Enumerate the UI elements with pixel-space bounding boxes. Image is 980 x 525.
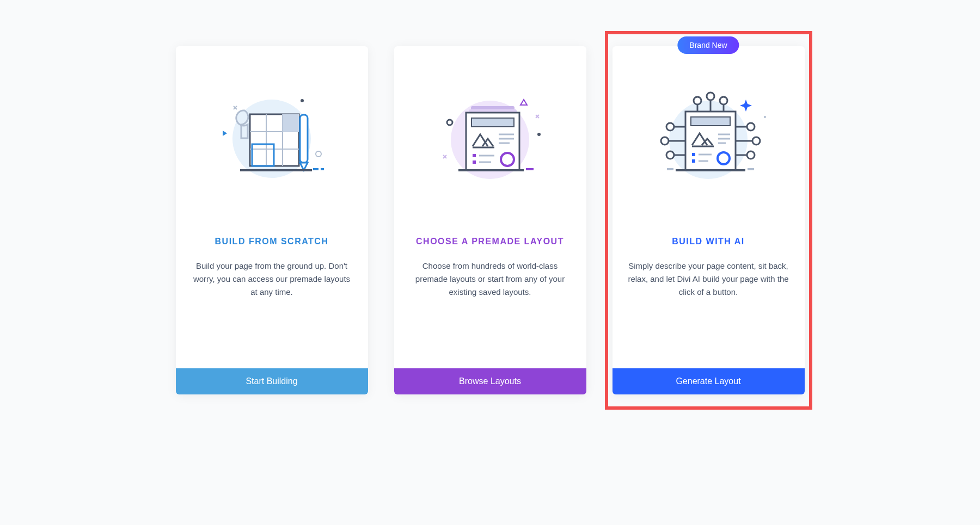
svg-point-48 [666,123,674,131]
svg-rect-6 [283,114,299,132]
svg-point-34 [537,133,541,136]
svg-rect-25 [473,154,476,157]
card-title: BUILD WITH AI [672,237,745,246]
svg-rect-14 [313,168,318,170]
build-scratch-illustration [191,68,353,209]
svg-point-11 [301,99,304,102]
build-ai-illustration [628,68,789,209]
card-build-with-ai[interactable]: Brand New [612,46,805,394]
svg-point-13 [316,151,321,157]
svg-point-58 [747,151,755,159]
layout-options-row: BUILD FROM SCRATCH Build your page from … [176,46,805,394]
svg-rect-20 [471,118,514,127]
svg-point-64 [720,97,727,104]
card-description: Build your page from the ground up. Don'… [191,260,353,299]
card-body: BUILD FROM SCRATCH Build your page from … [176,46,368,368]
browse-layouts-button[interactable]: Browse Layouts [394,368,586,394]
card-body: CHOOSE A PREMADE LAYOUT Choose from hund… [394,46,586,368]
svg-marker-9 [300,163,308,170]
svg-rect-44 [692,159,695,163]
svg-rect-67 [667,168,673,170]
svg-point-50 [661,137,669,145]
card-description: Simply describe your page content, sit b… [628,260,789,299]
card-body: BUILD WITH AI Simply describe your page … [612,46,805,368]
card-build-from-scratch[interactable]: BUILD FROM SCRATCH Build your page from … [176,46,368,394]
svg-rect-27 [473,160,476,164]
svg-point-56 [752,137,760,145]
svg-point-33 [447,120,452,125]
start-building-button[interactable]: Start Building [176,368,368,394]
svg-rect-66 [748,168,754,170]
premade-layout-illustration [409,68,571,209]
svg-rect-42 [692,153,695,156]
svg-rect-8 [300,115,308,163]
card-premade-layout[interactable]: CHOOSE A PREMADE LAYOUT Choose from hund… [394,46,586,394]
svg-marker-12 [223,131,227,136]
svg-rect-15 [321,168,324,170]
card-description: Choose from hundreds of world-class prem… [409,260,571,299]
svg-marker-32 [520,100,527,105]
generate-layout-button[interactable]: Generate Layout [612,368,805,394]
svg-rect-37 [691,117,730,126]
card-title: CHOOSE A PREMADE LAYOUT [416,237,564,246]
svg-point-52 [666,151,674,159]
card-title: BUILD FROM SCRATCH [215,237,329,246]
svg-point-60 [694,97,701,104]
svg-point-62 [707,92,714,100]
svg-point-54 [747,123,755,131]
svg-rect-31 [526,168,534,170]
brand-new-badge: Brand New [677,36,739,54]
